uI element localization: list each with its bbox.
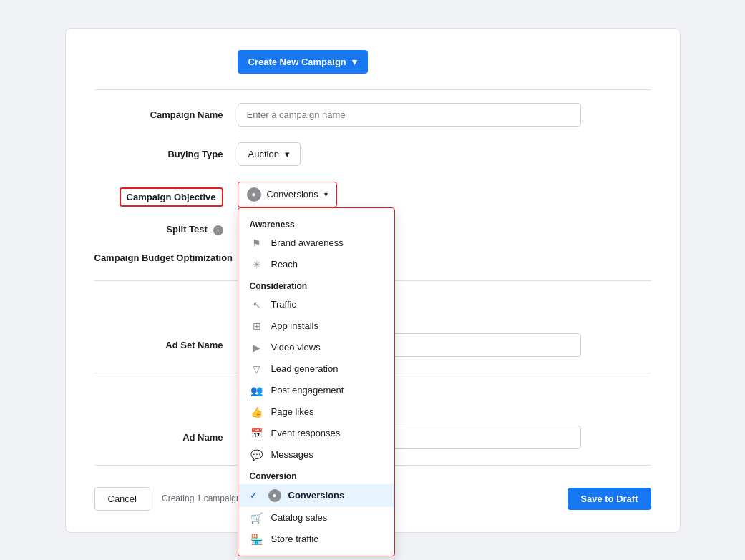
page-container: Create New Campaign ▾ Campaign Name Buyi… — [0, 0, 745, 560]
create-campaign-content: Create New Campaign ▾ — [238, 50, 651, 74]
chat-icon: 💬 — [250, 449, 264, 461]
main-card: Create New Campaign ▾ Campaign Name Buyi… — [65, 28, 681, 533]
calendar-icon: 📅 — [250, 428, 264, 439]
campaign-objective-label: Campaign Objective — [120, 187, 223, 207]
post-engagement-label: Post engagement — [271, 385, 344, 396]
buying-type-label: Buying Type — [94, 149, 238, 159]
campaign-name-label: Campaign Name — [94, 109, 238, 120]
create-campaign-button[interactable]: Create New Campaign ▾ — [238, 50, 368, 74]
objective-content: ● Conversions ▾ Awareness ⚑ Brand awaren… — [238, 182, 651, 207]
chevron-down-icon: ▾ — [352, 57, 357, 67]
divider-1 — [94, 89, 651, 90]
store-traffic-label: Store traffic — [271, 534, 318, 544]
create-campaign-row: Create New Campaign ▾ — [94, 50, 651, 74]
ad-set-name-label: Ad Set Name — [94, 340, 238, 350]
conversion-header: Conversion — [238, 466, 394, 484]
split-test-info-icon[interactable]: i — [213, 225, 223, 235]
buying-type-dropdown[interactable]: Auction ▾ — [238, 142, 301, 166]
store-icon: 🏪 — [250, 534, 264, 545]
campaign-objective-row: Campaign Objective ● Conversions ▾ Aware… — [94, 182, 651, 207]
traffic-label: Traffic — [271, 299, 296, 310]
brand-awareness-item[interactable]: ⚑ Brand awareness — [238, 232, 394, 254]
app-installs-item[interactable]: ⊞ App installs — [238, 315, 394, 337]
objective-trigger[interactable]: ● Conversions ▾ — [238, 182, 337, 207]
page-likes-label: Page likes — [271, 406, 314, 417]
conversions-circle-icon: ● — [268, 489, 281, 502]
create-campaign-label: Create New Campaign — [248, 57, 346, 67]
traffic-item[interactable]: ↖ Traffic — [238, 294, 394, 315]
campaign-name-input[interactable] — [238, 103, 581, 127]
reach-item[interactable]: ✳ Reach — [238, 254, 394, 275]
messages-label: Messages — [271, 449, 313, 460]
objective-dropdown-menu: Awareness ⚑ Brand awareness ✳ Reach Cons… — [238, 207, 395, 556]
catalog-sales-item[interactable]: 🛒 Catalog sales — [238, 507, 394, 529]
objective-value: Conversions — [267, 189, 318, 200]
brand-awareness-label: Brand awareness — [271, 237, 344, 248]
thumb-icon: 👍 — [250, 406, 264, 418]
video-icon: ▶ — [250, 342, 264, 353]
budget-label-text: Campaign Budget Optimization — [94, 252, 233, 263]
app-installs-label: App installs — [271, 320, 318, 331]
split-test-text: Split Test — [166, 224, 208, 235]
save-draft-label: Save to Draft — [580, 493, 638, 504]
consideration-header: Consideration — [238, 275, 394, 294]
event-responses-label: Event responses — [271, 428, 341, 438]
page-likes-item[interactable]: 👍 Page likes — [238, 401, 394, 423]
objective-icon: ● — [247, 187, 261, 202]
cursor-icon: ↖ — [250, 299, 264, 310]
store-traffic-item[interactable]: 🏪 Store traffic — [238, 529, 394, 550]
check-icon: ✓ — [250, 491, 260, 501]
catalog-sales-label: Catalog sales — [271, 512, 328, 523]
conversions-label: Conversions — [288, 490, 345, 501]
campaign-name-row: Campaign Name — [94, 103, 651, 127]
objective-label-wrapper: Campaign Objective — [94, 182, 238, 207]
conversions-item[interactable]: ✓ ● Conversions — [238, 484, 394, 507]
campaign-name-content — [238, 103, 651, 127]
chevron-down-icon: ▾ — [324, 190, 328, 198]
video-views-item[interactable]: ▶ Video views — [238, 337, 394, 358]
reach-label: Reach — [271, 259, 298, 270]
filter-icon: ▽ — [250, 363, 264, 375]
buying-type-row: Buying Type Auction ▾ — [94, 142, 651, 166]
lead-generation-label: Lead generation — [271, 363, 339, 374]
messages-item[interactable]: 💬 Messages — [238, 444, 394, 466]
reach-icon: ✳ — [250, 259, 264, 270]
cart-icon: 🛒 — [250, 512, 264, 524]
split-test-label: Split Test i — [94, 224, 238, 235]
flag-icon: ⚑ — [250, 237, 264, 249]
event-responses-item[interactable]: 📅 Event responses — [238, 423, 394, 444]
buying-type-content: Auction ▾ — [238, 142, 651, 166]
lead-generation-item[interactable]: ▽ Lead generation — [238, 358, 394, 380]
ad-name-label: Ad Name — [94, 432, 238, 443]
cancel-label: Cancel — [108, 493, 137, 504]
video-views-label: Video views — [271, 342, 321, 353]
awareness-header: Awareness — [238, 214, 394, 232]
grid-icon: ⊞ — [250, 320, 264, 332]
post-engagement-item[interactable]: 👥 Post engagement — [238, 380, 394, 401]
people-icon: 👥 — [250, 385, 264, 396]
save-draft-button[interactable]: Save to Draft — [568, 488, 651, 510]
chevron-down-icon: ▾ — [285, 149, 290, 159]
buying-type-value: Auction — [248, 149, 279, 159]
cancel-button[interactable]: Cancel — [94, 487, 150, 511]
